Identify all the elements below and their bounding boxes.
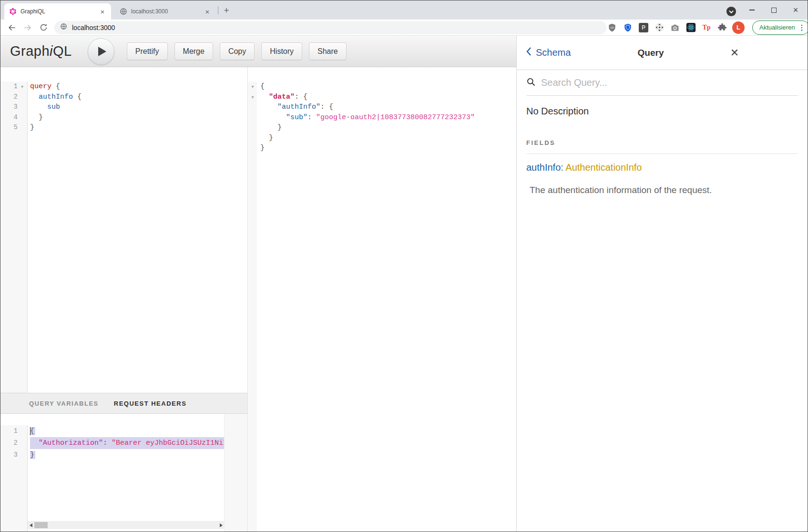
line-number: 3 — [0, 102, 18, 113]
code-line[interactable]: "data": { — [260, 92, 516, 102]
gutter-row: 1 — [0, 425, 27, 437]
code-token: "Authorization" — [39, 439, 103, 447]
code-line[interactable]: "authInfo": { — [260, 102, 516, 113]
doc-back-link[interactable]: Schema — [526, 47, 571, 59]
tab-query-variables[interactable]: QUERY VARIABLES — [29, 400, 99, 407]
merge-button[interactable]: Merge — [174, 42, 213, 60]
doc-close-icon[interactable]: ✕ — [727, 47, 742, 59]
gutter-row: 2 — [0, 437, 27, 449]
code-token: : { — [320, 103, 333, 111]
doc-back-label: Schema — [536, 47, 571, 58]
code-line[interactable]: authInfo { — [30, 92, 247, 102]
downloads-icon[interactable] — [726, 6, 736, 17]
more-options-icon[interactable]: ⋮ — [798, 23, 805, 32]
scrollbar-thumb[interactable] — [34, 522, 48, 528]
extension-row: U0 P Tp — [606, 20, 808, 35]
globe-icon — [60, 23, 67, 32]
new-tab-button[interactable]: + — [221, 5, 232, 16]
code-line[interactable]: { — [30, 425, 247, 437]
field-name-link[interactable]: authInfo — [526, 162, 561, 173]
p-extension-icon[interactable]: P — [638, 22, 649, 33]
headers-editor-code[interactable]: { "Authorization": "Bearer eyJhbGciOiJSU… — [28, 425, 247, 532]
close-button[interactable]: × — [785, 0, 807, 20]
gutter-row: 3 — [0, 102, 27, 113]
fold-icon[interactable]: ▾ — [248, 94, 257, 100]
code-line[interactable]: } — [260, 123, 516, 133]
maximize-button[interactable] — [763, 0, 785, 20]
forward-icon[interactable] — [21, 21, 34, 34]
secondary-editor-tabs: QUERY VARIABLES REQUEST HEADERS — [0, 393, 247, 414]
code-line[interactable]: "sub": "google-oauth2|108377380082777232… — [260, 113, 516, 123]
tab-request-headers[interactable]: REQUEST HEADERS — [114, 400, 187, 407]
query-editor-gutter: 1▾2345 — [0, 82, 28, 393]
fold-icon[interactable]: ▾ — [248, 84, 257, 89]
execute-query-button[interactable] — [88, 38, 114, 65]
tab-close-icon[interactable]: × — [204, 8, 211, 16]
horizontal-scrollbar[interactable] — [28, 521, 225, 529]
minimize-button[interactable] — [741, 0, 763, 20]
query-editor-code[interactable]: query { authInfo { sub }} — [28, 82, 247, 393]
update-button[interactable]: Aktualisieren ⋮ — [752, 20, 808, 35]
update-button-label: Aktualisieren — [759, 24, 795, 31]
code-line[interactable]: "Authorization": "Bearer eyJhbGciOiJSUzI… — [30, 437, 247, 449]
code-token — [30, 103, 47, 111]
prettify-button[interactable]: Prettify — [127, 42, 168, 60]
tab-close-icon[interactable]: × — [99, 8, 106, 16]
code-line[interactable]: } — [30, 113, 247, 123]
tab-graphiql[interactable]: GraphiQL × — [4, 3, 111, 20]
result-code: { "data": { "authInfo": { "sub": "google… — [257, 82, 516, 532]
avatar[interactable]: L — [732, 21, 745, 34]
code-token: authInfo — [39, 93, 73, 101]
reload-icon[interactable] — [37, 21, 50, 34]
address-bar[interactable]: localhost:3000 — [54, 21, 606, 34]
browser-window: GraphiQL × localhost:3000 × + × — [0, 0, 808, 532]
camera-icon[interactable] — [669, 22, 681, 33]
code-token: } — [30, 113, 43, 122]
copy-button[interactable]: Copy — [220, 42, 255, 60]
fold-icon[interactable]: ▾ — [18, 82, 27, 92]
bitwarden-icon[interactable] — [622, 22, 634, 33]
code-line[interactable]: } — [260, 133, 516, 143]
code-token: } — [30, 123, 34, 132]
code-token: { — [73, 93, 82, 101]
doc-explorer-header: Schema Query ✕ — [517, 36, 808, 70]
field-row: authInfo: AuthenticationInfo — [526, 162, 798, 173]
back-icon[interactable] — [5, 21, 19, 34]
line-number: 3 — [0, 449, 18, 461]
code-line[interactable]: } — [30, 449, 247, 461]
code-line[interactable]: sub — [30, 102, 247, 113]
scroll-right-icon[interactable] — [218, 521, 225, 529]
code-token: : { — [295, 93, 307, 101]
tampermonkey-tp-icon[interactable]: Tp — [701, 22, 712, 33]
scroll-left-icon[interactable] — [28, 521, 34, 529]
doc-search — [526, 70, 798, 96]
code-line[interactable]: query { — [30, 82, 247, 92]
ublock-icon[interactable]: U0 — [606, 22, 618, 33]
extensions-puzzle-icon[interactable] — [716, 22, 728, 33]
request-headers-editor[interactable]: 123 { "Authorization": "Bearer eyJhbGciO… — [0, 414, 247, 532]
doc-title: Query — [638, 48, 664, 58]
gutter-row: ▾ — [248, 82, 257, 92]
query-editor[interactable]: 1▾2345 query { authInfo { sub }} — [0, 67, 247, 393]
tab-localhost[interactable]: localhost:3000 × — [115, 3, 216, 20]
code-token: } — [260, 144, 265, 152]
field-type-link[interactable]: AuthenticationInfo — [565, 162, 642, 173]
history-button[interactable]: History — [261, 42, 302, 60]
move-tool-icon[interactable] — [654, 22, 665, 33]
tab-title: localhost:3000 — [131, 8, 204, 15]
search-input[interactable] — [541, 77, 798, 88]
code-line[interactable]: } — [30, 123, 247, 133]
code-line[interactable]: { — [260, 82, 516, 92]
code-token: "authInfo" — [277, 103, 320, 111]
code-token — [30, 439, 39, 447]
tab-title: GraphiQL — [20, 8, 99, 15]
browser-titlebar: GraphiQL × localhost:3000 × + × — [0, 0, 808, 20]
vertical-scrollbar-track[interactable] — [224, 414, 247, 532]
field-description: The authentication information of the re… — [530, 185, 798, 195]
react-devtools-icon[interactable] — [685, 22, 696, 33]
code-token: query — [30, 82, 51, 91]
code-line[interactable]: } — [260, 143, 516, 153]
share-button[interactable]: Share — [309, 42, 347, 60]
tp-letters: Tp — [702, 24, 710, 31]
play-icon — [98, 47, 106, 56]
